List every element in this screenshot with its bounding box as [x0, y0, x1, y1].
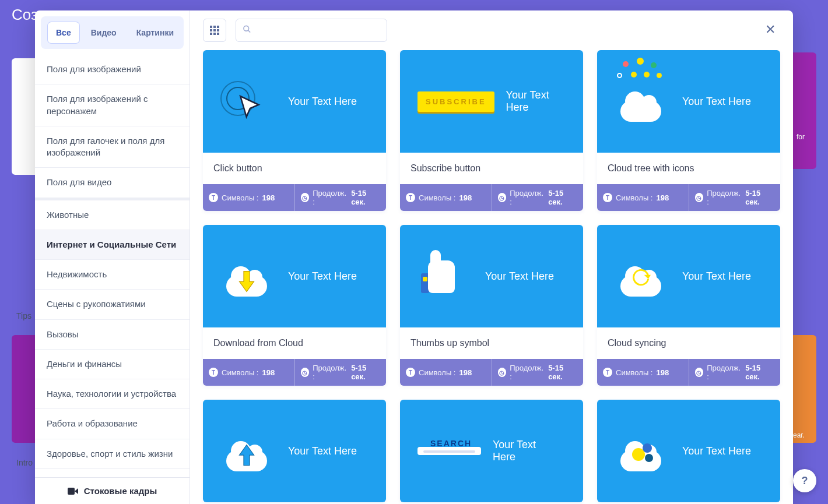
clock-icon: ◷	[498, 193, 507, 202]
grid-view-button[interactable]	[203, 19, 226, 42]
subscribe-pill-icon: SUBSCRIBE	[417, 91, 494, 112]
sidebar-item[interactable]: Деньги и финансы	[35, 350, 190, 379]
search-input[interactable]	[236, 19, 387, 42]
clock-icon: ◷	[301, 368, 310, 377]
sidebar-item[interactable]: Поля для галочек и поля для изображений	[35, 126, 190, 168]
help-icon: ?	[802, 475, 808, 487]
placeholder-text: Your Text Here	[682, 445, 751, 457]
template-card[interactable]: Your Text Here Cloud syncing TСимволы : …	[597, 225, 780, 386]
template-title: Subscribe button	[400, 153, 583, 184]
cloud-tree-icon	[615, 81, 667, 122]
sidebar: Все Видео Картинки Поля для изображений …	[35, 10, 190, 504]
cloud-gears-icon	[615, 431, 667, 471]
template-meta: TСимволы : 198 ◷Продолж. : 5-15 сек.	[203, 359, 386, 386]
placeholder-text: Your Text Here	[288, 96, 357, 108]
sidebar-item[interactable]: Работа и образование	[35, 409, 190, 439]
template-preview: Your Text Here	[597, 50, 780, 153]
video-camera-icon	[68, 488, 78, 495]
text-icon: T	[209, 193, 218, 202]
background-text: for	[797, 133, 805, 141]
cloud-download-icon	[220, 256, 273, 297]
background-title-fragment: Соз	[12, 6, 38, 24]
template-preview: Your Text Here	[597, 225, 780, 327]
text-icon: T	[603, 368, 612, 377]
placeholder-text: Your Text Here	[288, 445, 357, 457]
background-label-intro: Intro	[16, 458, 33, 467]
sidebar-item[interactable]: Вызовы	[35, 320, 190, 350]
template-card[interactable]: Your Text Here Cloud tree with icons TСи…	[597, 50, 780, 211]
background-label-tips: Tips	[16, 311, 31, 320]
template-meta: TСимволы : 198 ◷Продолж. : 5-15 сек.	[400, 359, 583, 386]
sidebar-item[interactable]: Здоровье, спорт и стиль жизни	[35, 439, 190, 469]
sidebar-categories[interactable]: Поля для изображений Поля для изображени…	[35, 55, 190, 477]
placeholder-text: Your Text Here	[506, 89, 554, 114]
search-icon	[243, 25, 251, 36]
clock-icon: ◷	[695, 193, 704, 202]
template-meta: TСимволы : 198 ◷Продолж. : 5-15 сек.	[597, 184, 780, 211]
search-field-wrap	[236, 19, 387, 42]
cursor-icon	[220, 75, 273, 128]
placeholder-text: Your Text Here	[682, 96, 751, 108]
template-card[interactable]: Your Text Here	[203, 400, 386, 502]
placeholder-text: Your Text Here	[288, 270, 357, 283]
template-meta: TСимволы : 198 ◷Продолж. : 5-15 сек.	[597, 359, 780, 386]
template-meta: TСимволы : 198 ◷Продолж. : 5-15 сек.	[203, 184, 386, 211]
text-icon: T	[406, 193, 415, 202]
sidebar-item[interactable]: Наука, технологии и устройства	[35, 379, 190, 409]
template-preview: Your Text Here	[597, 400, 780, 502]
template-preview: Your Text Here	[203, 225, 386, 327]
template-preview: SEARCH Your Text Here	[400, 400, 583, 502]
templates-grid: Your Text Here Click button TСимволы : 1…	[203, 50, 780, 502]
main-panel: ✕ Your Text Here Click button TСимволы :	[190, 10, 793, 504]
template-title: Download from Cloud	[203, 327, 386, 359]
sidebar-item[interactable]: Поля для изображений	[35, 55, 190, 84]
tab-images[interactable]: Картинки	[128, 22, 182, 43]
text-icon: T	[406, 368, 415, 377]
template-card[interactable]: Your Text Here Download from Cloud TСимв…	[203, 225, 386, 386]
grid-icon	[210, 26, 219, 35]
sidebar-item[interactable]: Поля для изображений с персонажем	[35, 84, 190, 126]
text-icon: T	[209, 368, 218, 377]
sidebar-item[interactable]: Недвижимость	[35, 260, 190, 290]
help-button[interactable]: ?	[793, 469, 816, 492]
template-card[interactable]: Your Text Here Click button TСимволы : 1…	[203, 50, 386, 211]
template-title: Thumbs up symbol	[400, 327, 583, 359]
close-icon: ✕	[765, 22, 776, 37]
template-meta: TСимволы : 198 ◷Продолж. : 5-15 сек.	[400, 184, 583, 211]
template-preview: SUBSCRIBE Your Text Here	[400, 50, 583, 153]
tab-video[interactable]: Видео	[83, 22, 125, 43]
stock-footage-label: Стоковые кадры	[84, 486, 157, 496]
template-picker-modal: Все Видео Картинки Поля для изображений …	[35, 10, 793, 504]
clock-icon: ◷	[695, 368, 704, 377]
template-card[interactable]: SEARCH Your Text Here	[400, 400, 583, 502]
template-preview: Your Text Here	[203, 50, 386, 153]
search-bar-icon: SEARCH	[417, 447, 481, 455]
sidebar-item[interactable]: Отзывы	[35, 469, 190, 477]
sidebar-item[interactable]: Сцены с рукопожатиями	[35, 290, 190, 319]
thumbs-up-icon	[417, 256, 458, 297]
template-title: Cloud syncing	[597, 327, 780, 359]
template-card[interactable]: SUBSCRIBE Your Text Here Subscribe butto…	[400, 50, 583, 211]
cards-scroll[interactable]: Your Text Here Click button TСимволы : 1…	[190, 50, 793, 504]
cloud-upload-icon	[220, 431, 273, 471]
sidebar-item[interactable]: Животные	[35, 198, 190, 230]
text-icon: T	[603, 193, 612, 202]
template-preview: Your Text Here	[400, 225, 583, 327]
template-card[interactable]: Your Text Here Thumbs up symbol TСимволы…	[400, 225, 583, 386]
clock-icon: ◷	[301, 193, 310, 202]
tab-all[interactable]: Все	[48, 22, 79, 43]
type-tabs: Все Видео Картинки	[41, 16, 184, 49]
template-preview: Your Text Here	[203, 400, 386, 502]
template-card[interactable]: Your Text Here	[597, 400, 780, 502]
clock-icon: ◷	[498, 368, 507, 377]
sidebar-item-active[interactable]: Интернет и Социальные Сети	[35, 230, 190, 260]
close-button[interactable]: ✕	[762, 21, 779, 38]
template-title: Cloud tree with icons	[597, 153, 780, 184]
template-title: Click button	[203, 153, 386, 184]
placeholder-text: Your Text Here	[682, 270, 751, 283]
placeholder-text: Your Text Here	[485, 270, 554, 283]
svg-point-0	[244, 26, 249, 31]
sidebar-item[interactable]: Поля для видео	[35, 168, 190, 198]
placeholder-text: Your Text Here	[493, 439, 554, 463]
stock-footage-button[interactable]: Стоковые кадры	[35, 477, 190, 504]
